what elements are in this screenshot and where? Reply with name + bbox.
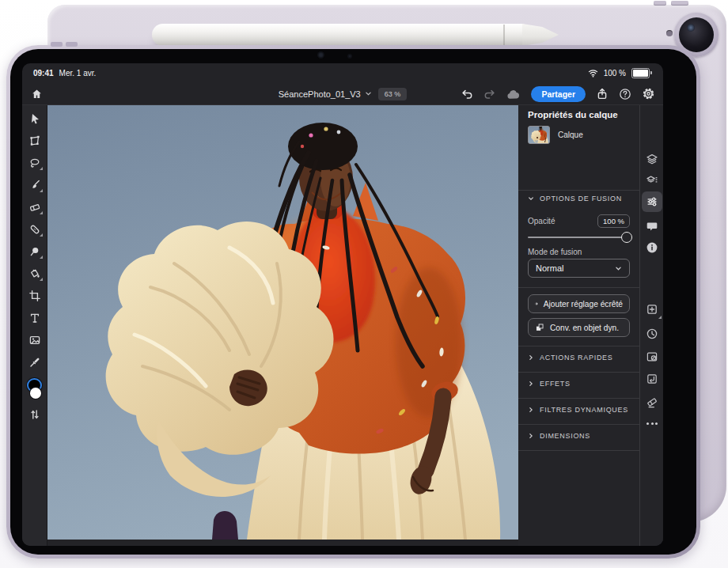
cleanup-eraser-icon	[646, 396, 658, 409]
share-button[interactable]: Partager	[531, 86, 586, 102]
clone-stamp-tool[interactable]	[27, 245, 43, 258]
divider	[518, 372, 639, 373]
info-button[interactable]	[642, 237, 662, 258]
document-name: SéancePhoto_01_V3	[279, 89, 361, 99]
adjustment-icon	[535, 299, 538, 309]
wifi-icon	[588, 69, 598, 78]
more-options-button[interactable]	[642, 413, 662, 434]
status-bar: 09:41 Mer. 1 avr. 100 %	[22, 63, 663, 82]
brush-tool[interactable]	[27, 179, 43, 191]
settings-gear-icon[interactable]	[642, 87, 655, 100]
layers-icon	[646, 153, 658, 165]
section-effets[interactable]: EFFETS	[528, 380, 571, 388]
rear-camera-glint	[687, 24, 695, 32]
background-color-chip	[30, 388, 41, 399]
chevron-down-icon	[615, 265, 622, 272]
chevron-right-icon	[528, 381, 534, 387]
layer-name: Calque	[558, 131, 583, 139]
layer-row[interactable]: Calque	[528, 126, 583, 144]
document-menu[interactable]: SéancePhoto_01_V3	[279, 89, 372, 99]
arrange-layer-icon	[646, 373, 658, 385]
section-dimensions[interactable]: DIMENSIONS	[528, 432, 590, 440]
tool-sidebar	[22, 105, 47, 546]
front-volume-button-2	[66, 42, 78, 47]
layer-properties-panel: Propriétés du calque Calque OPTIONS DE F…	[518, 105, 639, 546]
canvas-photo	[47, 105, 518, 540]
crop-tool[interactable]	[27, 290, 43, 302]
send-to-back-button[interactable]	[642, 369, 662, 389]
divider	[518, 424, 639, 425]
add-clipped-adjustment-button[interactable]: Ajouter réglage écrêté	[528, 294, 630, 313]
history-button[interactable]	[642, 324, 662, 344]
titlebar-actions: Partager	[461, 82, 655, 105]
history-clock-icon	[646, 328, 658, 340]
divider	[518, 287, 639, 288]
redo-icon[interactable]	[483, 88, 496, 100]
transform-tool[interactable]	[27, 134, 43, 147]
adjustments-button[interactable]	[642, 191, 662, 212]
place-photo-tool[interactable]	[27, 334, 43, 346]
divider	[518, 190, 639, 191]
battery-icon	[631, 68, 652, 78]
type-tool[interactable]	[27, 312, 43, 324]
layer-mask-icon	[646, 350, 658, 363]
color-swatches[interactable]	[27, 378, 43, 399]
marketing-scene: { "status_bar": { "time": "09:41", "date…	[0, 0, 728, 568]
front-volume-button-1	[51, 42, 63, 47]
info-icon	[646, 241, 658, 254]
cleanup-button[interactable]	[642, 392, 662, 413]
sliders-icon	[646, 195, 658, 208]
blend-mode-value: Normal	[536, 263, 563, 273]
chevron-down-icon	[528, 195, 534, 202]
add-layer-button[interactable]	[642, 299, 662, 320]
status-time: 09:41	[33, 69, 54, 78]
section-label: DIMENSIONS	[540, 432, 590, 440]
compare-tool[interactable]	[27, 408, 43, 421]
document-canvas[interactable]	[47, 105, 518, 540]
chevron-right-icon	[528, 433, 534, 439]
undo-icon[interactable]	[461, 88, 473, 100]
front-camera	[318, 52, 324, 58]
opacity-slider[interactable]	[528, 237, 630, 238]
comments-button[interactable]	[642, 216, 662, 237]
convert-smart-object-button[interactable]: Conv. en objet dyn.	[528, 318, 630, 337]
fill-tool[interactable]	[27, 267, 43, 280]
blend-mode-label: Mode de fusion	[528, 248, 582, 256]
cloud-sync-icon[interactable]	[506, 89, 521, 100]
zoom-level-badge[interactable]: 63 %	[378, 88, 408, 100]
eyedropper-tool[interactable]	[27, 356, 43, 369]
convert-smart-object-label: Conv. en objet dyn.	[550, 324, 619, 332]
layer-thumbnail	[528, 126, 550, 144]
divider	[518, 346, 639, 346]
rear-camera-mic	[666, 30, 673, 36]
move-tool[interactable]	[27, 112, 43, 125]
help-icon[interactable]	[619, 88, 631, 100]
panel-title: Propriétés du calque	[528, 110, 618, 119]
blend-options-header[interactable]: OPTIONS DE FUSION	[528, 195, 622, 203]
battery-percent: 100 %	[604, 69, 626, 78]
rear-camera-lens	[679, 17, 714, 52]
chevron-right-icon	[528, 407, 534, 413]
opacity-value[interactable]: 100 %	[597, 214, 630, 228]
opacity-slider-knob[interactable]	[621, 232, 632, 243]
eraser-tool[interactable]	[27, 201, 43, 214]
task-rail	[639, 105, 663, 546]
blend-mode-dropdown[interactable]: Normal	[528, 259, 630, 278]
export-icon[interactable]	[596, 88, 609, 100]
blend-options-label: OPTIONS DE FUSION	[540, 195, 622, 203]
smart-object-icon	[535, 323, 544, 332]
layer-mask-button[interactable]	[642, 346, 662, 367]
section-label: EFFETS	[540, 380, 571, 388]
divider	[518, 450, 639, 451]
layers-panel-button[interactable]	[642, 149, 662, 169]
lasso-tool[interactable]	[27, 157, 43, 169]
photoshop-app-screen: 09:41 Mer. 1 avr. 100 %	[22, 63, 663, 546]
layer-properties-button[interactable]	[642, 170, 662, 191]
section-filtres-dynamiques[interactable]: FILTRES DYNAMIQUES	[528, 406, 628, 414]
chevron-right-icon	[528, 354, 534, 361]
divider	[518, 398, 639, 399]
more-icon	[646, 422, 658, 425]
healing-brush-tool[interactable]	[27, 223, 43, 236]
chevron-down-icon	[365, 90, 372, 97]
section-actions-rapides[interactable]: ACTIONS RAPIDES	[528, 354, 613, 362]
